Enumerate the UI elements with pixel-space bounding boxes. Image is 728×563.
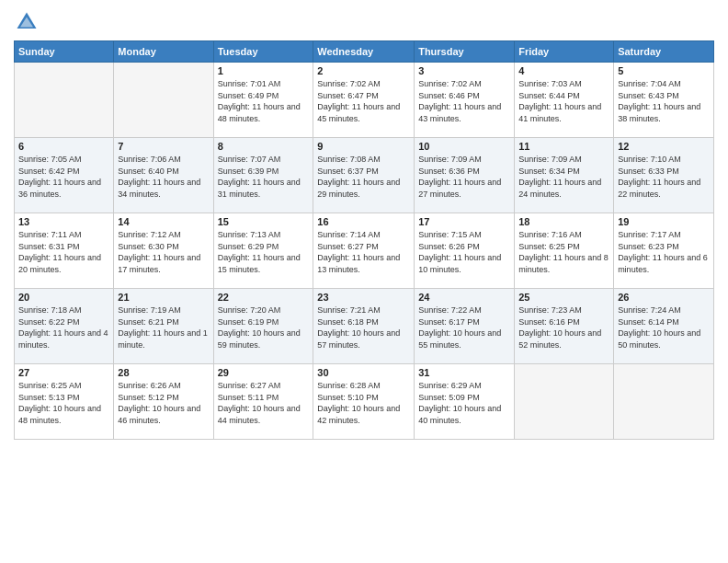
calendar-cell: 23Sunrise: 7:21 AM Sunset: 6:18 PM Dayli… xyxy=(313,289,415,364)
calendar-cell: 22Sunrise: 7:20 AM Sunset: 6:19 PM Dayli… xyxy=(213,289,313,364)
day-info: Sunrise: 7:09 AM Sunset: 6:34 PM Dayligh… xyxy=(518,154,609,200)
day-info: Sunrise: 7:12 AM Sunset: 6:30 PM Dayligh… xyxy=(118,229,209,275)
day-info: Sunrise: 7:24 AM Sunset: 6:14 PM Dayligh… xyxy=(618,304,710,350)
calendar-cell: 5Sunrise: 7:04 AM Sunset: 6:43 PM Daylig… xyxy=(614,63,714,138)
day-info: Sunrise: 6:25 AM Sunset: 5:13 PM Dayligh… xyxy=(18,380,109,426)
day-number: 9 xyxy=(317,141,410,152)
day-number: 17 xyxy=(418,216,510,227)
weekday-header: Saturday xyxy=(614,41,714,63)
header xyxy=(14,9,714,35)
day-number: 28 xyxy=(118,367,209,378)
day-info: Sunrise: 6:29 AM Sunset: 5:09 PM Dayligh… xyxy=(418,380,510,426)
day-info: Sunrise: 7:07 AM Sunset: 6:39 PM Dayligh… xyxy=(218,154,310,200)
day-number: 8 xyxy=(218,141,310,152)
calendar-cell xyxy=(15,63,114,138)
calendar-cell: 26Sunrise: 7:24 AM Sunset: 6:14 PM Dayli… xyxy=(614,289,714,364)
calendar-cell: 9Sunrise: 7:08 AM Sunset: 6:37 PM Daylig… xyxy=(313,138,415,213)
calendar-cell: 7Sunrise: 7:06 AM Sunset: 6:40 PM Daylig… xyxy=(114,138,213,213)
calendar-cell: 31Sunrise: 6:29 AM Sunset: 5:09 PM Dayli… xyxy=(415,364,515,440)
calendar-cell: 13Sunrise: 7:11 AM Sunset: 6:31 PM Dayli… xyxy=(15,213,114,289)
calendar-week-row: 20Sunrise: 7:18 AM Sunset: 6:22 PM Dayli… xyxy=(15,289,714,364)
day-info: Sunrise: 7:09 AM Sunset: 6:36 PM Dayligh… xyxy=(418,154,510,200)
day-info: Sunrise: 7:16 AM Sunset: 6:25 PM Dayligh… xyxy=(518,229,609,275)
calendar-cell: 12Sunrise: 7:10 AM Sunset: 6:33 PM Dayli… xyxy=(614,138,714,213)
calendar-table: SundayMondayTuesdayWednesdayThursdayFrid… xyxy=(14,40,714,440)
day-info: Sunrise: 6:28 AM Sunset: 5:10 PM Dayligh… xyxy=(317,380,410,426)
day-info: Sunrise: 7:18 AM Sunset: 6:22 PM Dayligh… xyxy=(18,304,109,350)
calendar-cell: 27Sunrise: 6:25 AM Sunset: 5:13 PM Dayli… xyxy=(15,364,114,440)
day-info: Sunrise: 7:22 AM Sunset: 6:17 PM Dayligh… xyxy=(418,304,510,350)
day-number: 27 xyxy=(18,367,109,378)
calendar-cell: 8Sunrise: 7:07 AM Sunset: 6:39 PM Daylig… xyxy=(213,138,313,213)
weekday-header: Thursday xyxy=(415,41,515,63)
calendar-cell: 24Sunrise: 7:22 AM Sunset: 6:17 PM Dayli… xyxy=(415,289,515,364)
day-number: 6 xyxy=(18,141,109,152)
weekday-header: Sunday xyxy=(15,41,114,63)
day-number: 20 xyxy=(18,292,109,303)
day-info: Sunrise: 7:08 AM Sunset: 6:37 PM Dayligh… xyxy=(317,154,410,200)
weekday-header: Monday xyxy=(114,41,213,63)
day-info: Sunrise: 7:21 AM Sunset: 6:18 PM Dayligh… xyxy=(317,304,410,350)
day-number: 13 xyxy=(18,216,109,227)
calendar-cell: 4Sunrise: 7:03 AM Sunset: 6:44 PM Daylig… xyxy=(515,63,614,138)
day-number: 2 xyxy=(317,65,410,76)
calendar-cell: 14Sunrise: 7:12 AM Sunset: 6:30 PM Dayli… xyxy=(114,213,213,289)
day-number: 16 xyxy=(317,216,410,227)
day-number: 31 xyxy=(418,367,510,378)
day-info: Sunrise: 7:01 AM Sunset: 6:49 PM Dayligh… xyxy=(218,78,310,124)
day-number: 26 xyxy=(618,292,710,303)
calendar-cell: 19Sunrise: 7:17 AM Sunset: 6:23 PM Dayli… xyxy=(614,213,714,289)
weekday-header: Tuesday xyxy=(213,41,313,63)
calendar-cell: 15Sunrise: 7:13 AM Sunset: 6:29 PM Dayli… xyxy=(213,213,313,289)
day-number: 25 xyxy=(518,292,609,303)
day-number: 14 xyxy=(118,216,209,227)
day-info: Sunrise: 7:03 AM Sunset: 6:44 PM Dayligh… xyxy=(518,78,609,124)
calendar-header-row: SundayMondayTuesdayWednesdayThursdayFrid… xyxy=(15,41,714,63)
day-number: 18 xyxy=(518,216,609,227)
day-number: 4 xyxy=(518,65,609,76)
calendar-week-row: 27Sunrise: 6:25 AM Sunset: 5:13 PM Dayli… xyxy=(15,364,714,440)
calendar-cell: 16Sunrise: 7:14 AM Sunset: 6:27 PM Dayli… xyxy=(313,213,415,289)
day-number: 3 xyxy=(418,65,510,76)
calendar-week-row: 1Sunrise: 7:01 AM Sunset: 6:49 PM Daylig… xyxy=(15,63,714,138)
calendar-cell: 29Sunrise: 6:27 AM Sunset: 5:11 PM Dayli… xyxy=(213,364,313,440)
day-info: Sunrise: 7:02 AM Sunset: 6:46 PM Dayligh… xyxy=(418,78,510,124)
logo-icon xyxy=(14,9,40,35)
day-info: Sunrise: 7:11 AM Sunset: 6:31 PM Dayligh… xyxy=(18,229,109,275)
day-info: Sunrise: 7:10 AM Sunset: 6:33 PM Dayligh… xyxy=(618,154,710,200)
day-info: Sunrise: 6:27 AM Sunset: 5:11 PM Dayligh… xyxy=(218,380,310,426)
day-info: Sunrise: 7:19 AM Sunset: 6:21 PM Dayligh… xyxy=(118,304,209,350)
calendar-cell xyxy=(614,364,714,440)
day-info: Sunrise: 7:02 AM Sunset: 6:47 PM Dayligh… xyxy=(317,78,410,124)
calendar-cell: 10Sunrise: 7:09 AM Sunset: 6:36 PM Dayli… xyxy=(415,138,515,213)
day-number: 15 xyxy=(218,216,310,227)
day-number: 23 xyxy=(317,292,410,303)
day-number: 11 xyxy=(518,141,609,152)
weekday-header: Friday xyxy=(515,41,614,63)
calendar-cell: 2Sunrise: 7:02 AM Sunset: 6:47 PM Daylig… xyxy=(313,63,415,138)
calendar-cell: 30Sunrise: 6:28 AM Sunset: 5:10 PM Dayli… xyxy=(313,364,415,440)
day-number: 12 xyxy=(618,141,710,152)
day-number: 22 xyxy=(218,292,310,303)
calendar-cell: 3Sunrise: 7:02 AM Sunset: 6:46 PM Daylig… xyxy=(415,63,515,138)
calendar-week-row: 13Sunrise: 7:11 AM Sunset: 6:31 PM Dayli… xyxy=(15,213,714,289)
day-info: Sunrise: 6:26 AM Sunset: 5:12 PM Dayligh… xyxy=(118,380,209,426)
calendar-cell xyxy=(114,63,213,138)
calendar-cell: 6Sunrise: 7:05 AM Sunset: 6:42 PM Daylig… xyxy=(15,138,114,213)
calendar-cell: 21Sunrise: 7:19 AM Sunset: 6:21 PM Dayli… xyxy=(114,289,213,364)
calendar-cell: 18Sunrise: 7:16 AM Sunset: 6:25 PM Dayli… xyxy=(515,213,614,289)
day-info: Sunrise: 7:04 AM Sunset: 6:43 PM Dayligh… xyxy=(618,78,710,124)
day-info: Sunrise: 7:15 AM Sunset: 6:26 PM Dayligh… xyxy=(418,229,510,275)
day-info: Sunrise: 7:05 AM Sunset: 6:42 PM Dayligh… xyxy=(18,154,109,200)
page: SundayMondayTuesdayWednesdayThursdayFrid… xyxy=(0,0,728,563)
calendar-cell xyxy=(515,364,614,440)
day-info: Sunrise: 7:13 AM Sunset: 6:29 PM Dayligh… xyxy=(218,229,310,275)
day-number: 5 xyxy=(618,65,710,76)
calendar-week-row: 6Sunrise: 7:05 AM Sunset: 6:42 PM Daylig… xyxy=(15,138,714,213)
day-number: 19 xyxy=(618,216,710,227)
day-number: 1 xyxy=(218,65,310,76)
day-number: 29 xyxy=(218,367,310,378)
day-number: 21 xyxy=(118,292,209,303)
day-info: Sunrise: 7:17 AM Sunset: 6:23 PM Dayligh… xyxy=(618,229,710,275)
day-number: 30 xyxy=(317,367,410,378)
